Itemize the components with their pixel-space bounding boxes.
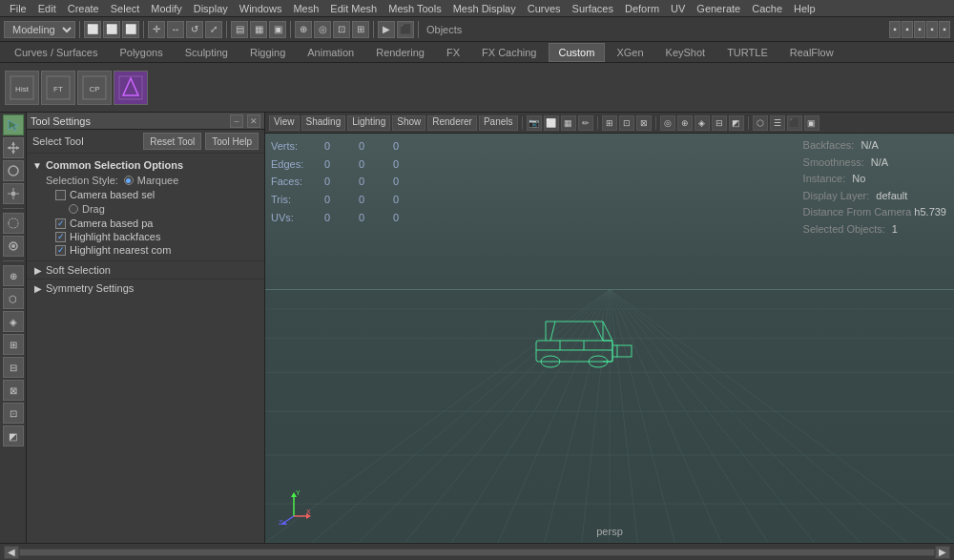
toolbar-icon-snap3[interactable]: ⊡ [333,21,350,38]
menu-generate[interactable]: Generate [691,3,746,14]
tool-btn-9[interactable]: ⊠ [3,380,24,401]
toolbar-icon-8[interactable]: ▦ [250,21,267,38]
vp-icon-4[interactable]: ✏ [578,115,593,131]
menu-windows[interactable]: Windows [234,3,288,14]
menu-edit[interactable]: Edit [32,3,62,14]
tab-sculpting[interactable]: Sculpting [175,43,238,62]
menu-edit-mesh[interactable]: Edit Mesh [324,3,383,14]
shelf-icon-ft[interactable]: FT [41,71,75,105]
lasso-tool-btn[interactable] [3,213,24,234]
menu-uv[interactable]: UV [665,3,691,14]
vp-icon-13[interactable]: ☰ [770,115,785,131]
tab-turtle[interactable]: TURTLE [716,43,778,62]
toolbar-icon-7[interactable]: ▤ [231,21,248,38]
camera-based-pa-checkbox[interactable]: ✓ [55,218,66,229]
bottom-scroll-right[interactable]: ▶ [935,546,950,559]
toolbar-icon-r3[interactable]: ▪ [914,21,925,38]
toolbar-icon-2[interactable]: ⬜ [103,21,120,38]
menu-curves[interactable]: Curves [522,3,567,14]
paint-select-btn[interactable] [3,236,24,257]
vp-icon-7[interactable]: ◎ [660,115,675,131]
move-tool-btn[interactable] [3,137,24,158]
toolbar-icon-5[interactable]: ↺ [186,21,203,38]
menu-mesh-display[interactable]: Mesh Display [447,3,522,14]
toolbar-icon-6[interactable]: ⤢ [205,21,222,38]
vp-menu-renderer[interactable]: Renderer [427,115,477,131]
menu-deform[interactable]: Deform [619,3,665,14]
viewport-canvas[interactable]: Verts: 0 0 0 Edges: 0 0 0 Faces: 0 0 0 [265,134,954,543]
vp-icon-6[interactable]: ⊠ [636,115,652,131]
soft-selection-section[interactable]: ▶ Soft Selection [27,260,264,279]
vp-icon-3[interactable]: ▦ [561,115,576,131]
toolbar-icon-3[interactable]: ⬜ [122,21,139,38]
menu-modify[interactable]: Modify [145,3,187,14]
vp-icon-9[interactable]: ◈ [695,115,710,131]
menu-mesh-tools[interactable]: Mesh Tools [383,3,446,14]
vp-icon-12[interactable]: ⬡ [753,115,768,131]
bottom-scrollbar[interactable] [19,549,935,556]
tool-help-button[interactable]: Tool Help [205,133,259,150]
tab-animation[interactable]: Animation [297,43,364,62]
tool-settings-close[interactable]: ✕ [247,114,260,128]
tool-btn-5[interactable]: ⬡ [3,288,24,309]
vp-icon-8[interactable]: ⊕ [677,115,693,131]
drag-radio[interactable] [69,204,78,214]
vp-icon-14[interactable]: ⬛ [787,115,802,131]
toolbar-icon-snap1[interactable]: ⊕ [295,21,312,38]
bottom-scroll-left[interactable]: ◀ [4,546,19,559]
vp-menu-lighting[interactable]: Lighting [347,115,390,131]
menu-help[interactable]: Help [788,3,821,14]
shelf-icon-cp[interactable]: CP [77,71,112,105]
toolbar-icon-r4[interactable]: ▪ [926,21,938,38]
tool-btn-8[interactable]: ⊟ [3,357,24,378]
vp-icon-grid[interactable]: ⊞ [602,115,617,131]
tab-keyshot[interactable]: KeyShot [655,43,716,62]
vp-menu-shading[interactable]: Shading [301,115,346,131]
toolbar-icon-snap4[interactable]: ⊞ [352,21,369,38]
toolbar-icon-4[interactable]: ↔ [167,21,184,38]
tab-fx[interactable]: FX [436,43,470,62]
menu-mesh[interactable]: Mesh [287,3,324,14]
symmetry-settings-section[interactable]: ▶ Symmetry Settings [27,279,264,297]
toolbar-icon-r1[interactable]: ▪ [889,21,901,38]
tab-rendering[interactable]: Rendering [365,43,435,62]
tab-curves-surfaces[interactable]: Curves / Surfaces [4,43,108,62]
tab-custom[interactable]: Custom [549,43,606,62]
rotate-tool-btn[interactable] [3,160,24,181]
vp-icon-15[interactable]: ▣ [804,115,819,131]
camera-based-sel-checkbox[interactable] [55,190,66,200]
toolbar-icon-9[interactable]: ▣ [269,21,286,38]
tool-btn-6[interactable]: ◈ [3,311,24,332]
toolbar-icon-render1[interactable]: ▶ [378,21,395,38]
tool-settings-pin[interactable]: – [230,114,243,128]
menu-select[interactable]: Select [105,3,146,14]
tab-polygons[interactable]: Polygons [109,43,173,62]
toolbar-icon-r5[interactable]: ▪ [939,21,950,38]
highlight-nearest-checkbox[interactable]: ✓ [55,245,66,256]
common-selection-header[interactable]: ▼ Common Selection Options [27,157,264,173]
tab-fx-caching[interactable]: FX Caching [471,43,547,62]
vp-menu-show[interactable]: Show [392,115,425,131]
menu-cache[interactable]: Cache [746,3,788,14]
toolbar-icon-transform[interactable]: ✛ [148,21,165,38]
highlight-backfaces-checkbox[interactable]: ✓ [55,232,66,242]
vp-icon-11[interactable]: ◩ [729,115,744,131]
menu-create[interactable]: Create [62,3,105,14]
tool-btn-11[interactable]: ◩ [3,425,24,446]
shelf-icon-custom[interactable] [114,71,148,105]
tab-xgen[interactable]: XGen [606,43,653,62]
tab-realflow[interactable]: RealFlow [779,43,844,62]
select-tool-btn[interactable] [3,114,24,135]
toolbar-icon-snap2[interactable]: ◎ [314,21,331,38]
tool-btn-10[interactable]: ⊡ [3,403,24,424]
tab-rigging[interactable]: Rigging [239,43,296,62]
vp-menu-view[interactable]: View [269,115,300,131]
toolbar-icon-1[interactable]: ⬜ [84,21,101,38]
menu-surfaces[interactable]: Surfaces [567,3,619,14]
vp-icon-5[interactable]: ⊡ [619,115,634,131]
vp-icon-2[interactable]: ⬜ [544,115,559,131]
reset-tool-button[interactable]: Reset Tool [143,133,201,150]
vp-icon-10[interactable]: ⊟ [712,115,727,131]
scale-tool-btn[interactable] [3,183,24,204]
tool-btn-7[interactable]: ⊞ [3,334,24,355]
